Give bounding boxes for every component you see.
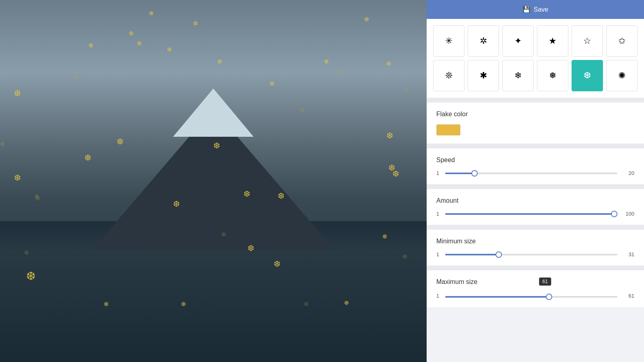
section-divider-5: [427, 265, 644, 270]
min-size-slider[interactable]: [445, 254, 617, 255]
shape-btn-asterisk-circle[interactable]: ✺: [606, 60, 638, 91]
speed-min: 1: [436, 170, 440, 176]
min-size-min: 1: [436, 251, 440, 257]
mountain-snow: [173, 88, 254, 137]
section-divider-3: [427, 184, 644, 189]
flake-color-label: Flake color: [436, 111, 634, 118]
section-divider-2: [427, 144, 644, 148]
flake: ❆: [278, 191, 285, 201]
speed-max: 20: [622, 170, 634, 176]
shape-grid: ✳✲✦★☆✩❊✱❄❅❆✺: [433, 25, 638, 91]
flake: ❆: [300, 107, 305, 113]
shape-btn-asterisk-light[interactable]: ✲: [468, 25, 499, 57]
flake: ❆: [244, 189, 250, 199]
flake: ❆: [364, 16, 369, 23]
shape-btn-snowflake-bold[interactable]: ❊: [433, 60, 464, 91]
speed-label: Speed: [436, 156, 634, 164]
flake: ❆: [24, 249, 29, 256]
water-reflection: [0, 249, 427, 362]
section-divider-1: [427, 98, 644, 103]
flake: ❆: [386, 131, 393, 140]
min-size-slider-row: 1 31: [436, 251, 634, 257]
flake: ❆: [137, 40, 142, 47]
flake: ❆: [221, 231, 226, 238]
max-size-slider-row: 1 61 61: [436, 292, 634, 299]
amount-label: Amount: [436, 197, 634, 204]
max-size-section: Maximum size 1 61 61: [427, 270, 644, 307]
flake: ❆: [14, 88, 21, 98]
shape-btn-star5-fill[interactable]: ★: [537, 25, 568, 57]
flake: ❆: [274, 259, 281, 269]
section-divider-4: [427, 225, 644, 230]
amount-slider-row: 1 100: [436, 211, 634, 217]
save-button[interactable]: 💾 Save: [427, 0, 644, 19]
flake: ❆: [344, 300, 349, 306]
flake: ❆: [14, 173, 21, 183]
flake: ❆: [167, 46, 172, 53]
flake: ❆: [117, 137, 124, 146]
flake: ❆: [104, 301, 109, 307]
flake: ❆: [85, 153, 91, 162]
flake: ❆: [386, 60, 391, 67]
right-panel: 💾 Save ✳✲✦★☆✩❊✱❄❅❆✺ Flake color Speed 1 …: [427, 0, 644, 362]
flake: ❆: [26, 269, 35, 283]
flake: ❆: [72, 74, 77, 81]
flake: ❆: [89, 42, 93, 49]
amount-min: 1: [436, 211, 440, 217]
amount-slider[interactable]: [445, 213, 617, 215]
amount-section: Amount 1 100: [427, 189, 644, 225]
shape-btn-snowflake-light[interactable]: ❄: [502, 60, 534, 91]
shape-btn-star5-outline[interactable]: ☆: [572, 25, 603, 57]
min-size-value: 31: [622, 251, 634, 257]
flake: ❆: [181, 301, 186, 307]
speed-slider[interactable]: [445, 173, 617, 174]
flake: ❆: [193, 20, 198, 27]
shape-btn-asterisk-bold[interactable]: ✱: [468, 60, 499, 91]
flake: ❆: [336, 68, 341, 75]
max-size-slider[interactable]: [445, 296, 617, 298]
shape-grid-section: ✳✲✦★☆✩❊✱❄❅❆✺: [427, 19, 644, 98]
min-size-label: Minimum size: [436, 238, 634, 245]
flake: ❆: [324, 58, 329, 65]
flake: ❆: [382, 233, 387, 240]
flake: ❆: [217, 58, 222, 65]
save-icon: 💾: [522, 6, 530, 13]
max-size-tooltip: 61: [539, 278, 551, 286]
flake: ❆: [248, 243, 254, 253]
max-size-min: 1: [436, 293, 440, 299]
flake: ❆: [149, 10, 154, 16]
flake: ❆: [129, 30, 134, 37]
max-size-label: Maximum size: [436, 278, 634, 286]
speed-section: Speed 1 20: [427, 148, 644, 184]
flake-color-swatch[interactable]: [436, 124, 460, 136]
flake: ❆: [173, 199, 180, 209]
flake: ❆: [402, 253, 407, 260]
shape-btn-star5-thin[interactable]: ✩: [606, 25, 638, 57]
shape-btn-snowflake-active[interactable]: ❆: [572, 60, 603, 91]
canvas-area: ❆❆❆❆❆❆❆❆❆❆❆❆❆❆❆❆❆❆❆❆❆❆❆❆❆❆❆❆❆❆❆❆❆❆❆❆❆❆❆❆: [0, 0, 427, 362]
flake: ❆: [270, 80, 275, 87]
flake: ❆: [213, 141, 220, 150]
flake: ❆: [304, 301, 309, 307]
flake: ❆: [0, 141, 5, 147]
amount-max: 100: [622, 211, 634, 217]
max-size-value: 61: [622, 293, 634, 299]
min-size-section: Minimum size 1 31: [427, 230, 644, 265]
shape-btn-asterisk6[interactable]: ✳: [433, 25, 464, 57]
shape-btn-snowflake-med[interactable]: ❅: [537, 60, 568, 91]
save-label: Save: [534, 6, 548, 13]
flake-color-section: Flake color: [427, 103, 644, 144]
flake: ❆: [392, 169, 399, 179]
flake: ❆: [35, 195, 40, 202]
flake: ❆: [405, 86, 409, 93]
speed-slider-row: 1 20: [436, 170, 634, 176]
shape-btn-blob-star[interactable]: ✦: [502, 25, 534, 57]
